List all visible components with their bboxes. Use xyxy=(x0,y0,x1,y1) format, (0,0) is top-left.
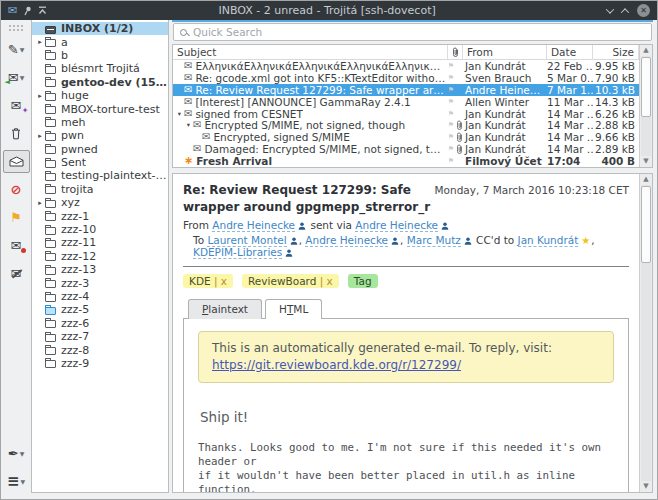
address-link[interactable]: KDEPIM-Libraries xyxy=(193,246,282,259)
tab-html[interactable]: HTML xyxy=(265,299,322,319)
folder-item[interactable]: zzz-8 xyxy=(32,343,168,356)
expander-icon[interactable]: ▸ xyxy=(35,38,45,46)
folder-item[interactable]: pwned xyxy=(32,143,168,156)
folder-item[interactable]: zzz-7 xyxy=(32,330,168,343)
pin-icon[interactable] xyxy=(23,6,32,16)
scrollbar-track[interactable] xyxy=(641,56,651,156)
scroll-up-icon[interactable]: ▲ xyxy=(640,45,652,56)
tag-remove-button[interactable]: | x xyxy=(214,275,227,287)
maximize-button[interactable] xyxy=(621,8,629,16)
close-button[interactable]: ✕ xyxy=(637,4,650,17)
folder-item[interactable]: Sent xyxy=(32,156,168,169)
notice-link[interactable]: https://git.reviewboard.kde.org/r/127299… xyxy=(212,358,461,372)
address-link[interactable]: Jan Kundrát xyxy=(518,234,579,247)
folder-item[interactable]: gentoo-dev (15… xyxy=(32,76,168,89)
folder-item[interactable]: zzz-13 xyxy=(32,263,168,276)
folder-item[interactable]: ▸xyz xyxy=(32,196,168,209)
folder-item[interactable]: MBOX-torture-test xyxy=(32,102,168,115)
folder-item[interactable]: zzz-5 xyxy=(32,303,168,316)
folder-item[interactable]: ▸huge xyxy=(32,89,168,102)
tag-chip[interactable]: ReviewBoard | x xyxy=(242,274,339,288)
address-link[interactable]: Andre Heinecke xyxy=(355,219,438,232)
message-from-cell: Jan Kundrát xyxy=(463,143,547,155)
toolbar-drag-handle[interactable] xyxy=(8,24,24,32)
tag-chip[interactable]: KDE | x xyxy=(183,274,233,288)
folder-item[interactable]: zzz-9 xyxy=(32,357,168,370)
folder-item[interactable]: zzz-10 xyxy=(32,223,168,236)
folder-item[interactable]: trojita xyxy=(32,183,168,196)
expander-icon[interactable]: ▸ xyxy=(35,92,45,100)
message-size-cell: 400 B xyxy=(593,155,639,167)
address-link[interactable]: Andre Heinecke xyxy=(305,234,388,247)
fetch-mail-button[interactable]: ✉◄▼ xyxy=(3,66,30,89)
message-row[interactable]: ✉[Interest] [ANNOUNCE] GammaRay 2.4.1⚑Al… xyxy=(173,96,639,108)
scrollbar-thumb[interactable] xyxy=(641,57,651,117)
column-header-attachment[interactable] xyxy=(448,45,463,59)
message-row[interactable]: ▾✉Encrypted S/MIME, not signed, though⚑J… xyxy=(173,119,639,131)
junk-button[interactable]: ⊘ xyxy=(3,178,30,201)
folder-item[interactable]: zzz-3 xyxy=(32,276,168,289)
minimize-button[interactable] xyxy=(606,5,614,13)
address-link[interactable]: Andre Heinecke xyxy=(212,219,295,232)
column-header-size[interactable]: Size xyxy=(593,45,639,59)
message-row[interactable]: ✉Re: gcode.xml got into KF5::KTextEditor… xyxy=(173,72,639,84)
column-header-from[interactable]: From xyxy=(463,45,547,59)
expander-icon[interactable]: ▸ xyxy=(35,132,45,140)
message-row[interactable]: ✉Re: Review Request 127299: Safe wrapper… xyxy=(173,84,639,96)
folder-item[interactable]: blésmrt Trojitá xyxy=(32,62,168,75)
mark-deleted-button[interactable]: ✉ xyxy=(3,234,30,257)
scrollbar-track[interactable] xyxy=(641,185,651,481)
message-date-cell: 7 Mar 1… xyxy=(547,84,593,96)
highlight-button[interactable]: ✒▼ xyxy=(3,442,30,465)
scrollbar-thumb[interactable] xyxy=(641,186,651,263)
folder-item[interactable]: ▸a xyxy=(32,35,168,48)
folder-item[interactable]: zzz-1 xyxy=(32,209,168,222)
address-link[interactable]: Laurent Montel xyxy=(207,234,286,247)
compose-button[interactable]: ✎▼ xyxy=(3,38,30,61)
flag-button[interactable]: ⚑ xyxy=(3,206,30,229)
mark-read-button[interactable] xyxy=(3,150,30,173)
address-link[interactable]: Marc Mutz xyxy=(407,234,461,247)
scroll-down-icon[interactable]: ▼ xyxy=(640,156,652,167)
column-header-date[interactable]: Date xyxy=(547,45,593,59)
scroll-up-icon[interactable]: ▲ xyxy=(640,174,652,185)
delete-button[interactable] xyxy=(3,122,30,145)
message-row[interactable]: ✉Damaged: Encrypted S/MIME, not signed, … xyxy=(173,143,639,155)
message-body: This is an automatically generated e-mai… xyxy=(183,318,629,492)
titlebar[interactable]: ✉ INBOX - 2 unread - Trojitá [ssh-doveco… xyxy=(1,1,657,20)
scroll-down-icon[interactable]: ▼ xyxy=(640,481,652,492)
folder-item[interactable]: zzz-4 xyxy=(32,290,168,303)
address-text: CC'd to xyxy=(473,234,518,246)
forward-button[interactable]: ✉✦ xyxy=(3,94,30,117)
app-icon: ✉ xyxy=(8,5,17,16)
message-subject-cell: Fresh Arrival xyxy=(196,155,272,167)
message-row[interactable]: ▾✉signed from CESNET⚑Jan Kundrát14 Mar …… xyxy=(173,108,639,120)
tag-chip[interactable]: Tag xyxy=(348,274,378,288)
folder-item[interactable]: ▸pwn xyxy=(32,129,168,142)
message-row[interactable]: ✉Encrypted, signed S/MIME⚑Jan Kundrát14 … xyxy=(173,131,639,143)
archive-button[interactable]: ✉ xyxy=(3,262,30,285)
shade-icon[interactable] xyxy=(38,6,47,15)
preview-scrollbar[interactable]: ▲ ▼ xyxy=(639,174,652,492)
tab-plaintext[interactable]: Plaintext xyxy=(188,299,262,319)
search-box[interactable] xyxy=(173,23,652,41)
message-row[interactable]: ∗Fresh Arrival⚑Filmový Účet17:04400 B xyxy=(173,155,639,167)
folder-item[interactable]: zzz-6 xyxy=(32,317,168,330)
expander-icon[interactable]: ▾ xyxy=(184,121,193,129)
folder-item[interactable]: testing-plaintext-f… xyxy=(32,169,168,182)
menu-button[interactable]: ≡▼ xyxy=(3,470,30,493)
message-subject-cell: signed from CESNET xyxy=(195,108,302,120)
folder-item[interactable]: INBOX (1/2) xyxy=(32,22,168,35)
tag-remove-button[interactable]: | x xyxy=(320,275,333,287)
search-input[interactable] xyxy=(193,26,645,38)
message-list-scrollbar[interactable]: ▲ ▼ xyxy=(639,45,652,167)
folder-icon xyxy=(45,320,56,328)
expander-icon[interactable]: ▸ xyxy=(35,199,45,207)
expander-icon[interactable]: ▾ xyxy=(175,110,184,118)
column-header-subject[interactable]: Subject xyxy=(173,45,448,59)
folder-item[interactable]: zzz-11 xyxy=(32,236,168,249)
folder-item[interactable]: b xyxy=(32,49,168,62)
folder-item[interactable]: meh xyxy=(32,116,168,129)
folder-item[interactable]: zzz-12 xyxy=(32,250,168,263)
message-row[interactable]: ✉ΕλληνικάΕλληνικάΕλληνικάΕλληνικάΕλληνικ… xyxy=(173,60,639,72)
